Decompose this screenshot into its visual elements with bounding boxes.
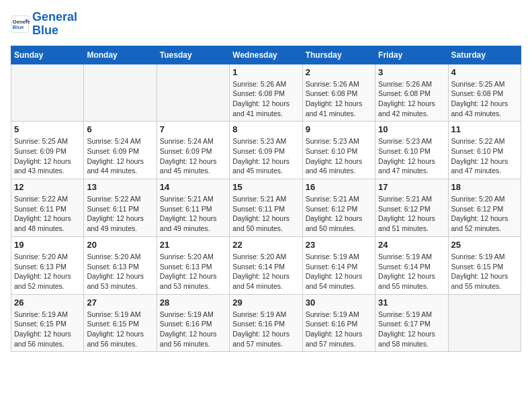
calendar-cell: 6Sunrise: 5:24 AM Sunset: 6:09 PM Daylig… bbox=[84, 122, 157, 179]
day-number: 1 bbox=[232, 67, 299, 77]
logo: General Blue GeneralBlue bbox=[11, 11, 77, 38]
day-number: 20 bbox=[87, 240, 153, 250]
svg-text:Blue: Blue bbox=[13, 24, 24, 30]
day-info: Sunrise: 5:23 AM Sunset: 6:10 PM Dayligh… bbox=[378, 136, 445, 176]
day-number: 31 bbox=[378, 298, 445, 308]
calendar-cell: 5Sunrise: 5:25 AM Sunset: 6:09 PM Daylig… bbox=[11, 122, 84, 179]
svg-text:General: General bbox=[13, 18, 30, 24]
calendar-cell: 4Sunrise: 5:25 AM Sunset: 6:08 PM Daylig… bbox=[448, 64, 521, 122]
calendar-cell: 1Sunrise: 5:26 AM Sunset: 6:08 PM Daylig… bbox=[230, 64, 302, 122]
weekday-header: Thursday bbox=[302, 46, 375, 64]
day-info: Sunrise: 5:19 AM Sunset: 6:15 PM Dayligh… bbox=[87, 310, 153, 349]
logo-icon: General Blue bbox=[11, 15, 30, 34]
day-info: Sunrise: 5:24 AM Sunset: 6:09 PM Dayligh… bbox=[87, 136, 153, 176]
day-number: 22 bbox=[232, 240, 299, 250]
weekday-header: Sunday bbox=[11, 46, 84, 64]
calendar-cell: 20Sunrise: 5:20 AM Sunset: 6:13 PM Dayli… bbox=[84, 236, 157, 294]
weekday-header: Tuesday bbox=[157, 46, 229, 64]
calendar-cell: 22Sunrise: 5:20 AM Sunset: 6:14 PM Dayli… bbox=[230, 236, 302, 294]
day-info: Sunrise: 5:19 AM Sunset: 6:15 PM Dayligh… bbox=[451, 252, 518, 291]
day-number: 4 bbox=[451, 67, 518, 77]
calendar-cell: 31Sunrise: 5:19 AM Sunset: 6:17 PM Dayli… bbox=[375, 294, 448, 352]
day-info: Sunrise: 5:21 AM Sunset: 6:12 PM Dayligh… bbox=[378, 194, 445, 234]
calendar-cell: 27Sunrise: 5:19 AM Sunset: 6:15 PM Dayli… bbox=[84, 294, 157, 352]
calendar-cell bbox=[84, 64, 157, 122]
day-info: Sunrise: 5:19 AM Sunset: 6:14 PM Dayligh… bbox=[306, 252, 372, 291]
calendar-table: SundayMondayTuesdayWednesdayThursdayFrid… bbox=[11, 46, 521, 353]
day-info: Sunrise: 5:19 AM Sunset: 6:14 PM Dayligh… bbox=[378, 252, 445, 291]
calendar-cell: 10Sunrise: 5:23 AM Sunset: 6:10 PM Dayli… bbox=[375, 122, 448, 179]
day-info: Sunrise: 5:21 AM Sunset: 6:11 PM Dayligh… bbox=[232, 194, 299, 234]
calendar-cell: 13Sunrise: 5:22 AM Sunset: 6:11 PM Dayli… bbox=[84, 179, 157, 237]
day-number: 14 bbox=[160, 182, 226, 192]
calendar-cell: 8Sunrise: 5:23 AM Sunset: 6:09 PM Daylig… bbox=[230, 122, 302, 179]
day-info: Sunrise: 5:21 AM Sunset: 6:12 PM Dayligh… bbox=[306, 194, 372, 234]
calendar-week-row: 5Sunrise: 5:25 AM Sunset: 6:09 PM Daylig… bbox=[11, 122, 521, 179]
calendar-cell: 11Sunrise: 5:22 AM Sunset: 6:10 PM Dayli… bbox=[448, 122, 521, 179]
day-info: Sunrise: 5:19 AM Sunset: 6:17 PM Dayligh… bbox=[378, 310, 445, 349]
calendar-cell bbox=[448, 294, 521, 352]
calendar-cell: 21Sunrise: 5:20 AM Sunset: 6:13 PM Dayli… bbox=[157, 236, 229, 294]
calendar-cell: 26Sunrise: 5:19 AM Sunset: 6:15 PM Dayli… bbox=[11, 294, 84, 352]
calendar-cell: 25Sunrise: 5:19 AM Sunset: 6:15 PM Dayli… bbox=[448, 236, 521, 294]
calendar-cell: 3Sunrise: 5:26 AM Sunset: 6:08 PM Daylig… bbox=[375, 64, 448, 122]
day-info: Sunrise: 5:26 AM Sunset: 6:08 PM Dayligh… bbox=[306, 79, 372, 119]
calendar-cell bbox=[11, 64, 84, 122]
day-info: Sunrise: 5:20 AM Sunset: 6:13 PM Dayligh… bbox=[14, 252, 81, 291]
logo-text: GeneralBlue bbox=[32, 11, 77, 38]
calendar-week-row: 12Sunrise: 5:22 AM Sunset: 6:11 PM Dayli… bbox=[11, 179, 521, 237]
day-number: 12 bbox=[14, 182, 81, 192]
day-number: 19 bbox=[14, 240, 81, 250]
day-info: Sunrise: 5:20 AM Sunset: 6:13 PM Dayligh… bbox=[87, 252, 153, 291]
weekday-header: Saturday bbox=[448, 46, 521, 64]
calendar-cell: 14Sunrise: 5:21 AM Sunset: 6:11 PM Dayli… bbox=[157, 179, 229, 237]
day-number: 15 bbox=[232, 182, 299, 192]
day-info: Sunrise: 5:22 AM Sunset: 6:11 PM Dayligh… bbox=[14, 194, 81, 234]
day-number: 17 bbox=[378, 182, 445, 192]
day-info: Sunrise: 5:23 AM Sunset: 6:10 PM Dayligh… bbox=[306, 136, 372, 176]
day-info: Sunrise: 5:26 AM Sunset: 6:08 PM Dayligh… bbox=[232, 79, 299, 119]
day-number: 3 bbox=[378, 67, 445, 77]
day-number: 24 bbox=[378, 240, 445, 250]
calendar-cell: 23Sunrise: 5:19 AM Sunset: 6:14 PM Dayli… bbox=[302, 236, 375, 294]
day-number: 23 bbox=[306, 240, 372, 250]
day-number: 16 bbox=[306, 182, 372, 192]
day-number: 10 bbox=[378, 124, 445, 134]
calendar-cell: 29Sunrise: 5:19 AM Sunset: 6:16 PM Dayli… bbox=[230, 294, 302, 352]
calendar-week-row: 19Sunrise: 5:20 AM Sunset: 6:13 PM Dayli… bbox=[11, 236, 521, 294]
day-info: Sunrise: 5:21 AM Sunset: 6:11 PM Dayligh… bbox=[160, 194, 226, 234]
day-number: 5 bbox=[14, 124, 81, 134]
day-info: Sunrise: 5:19 AM Sunset: 6:16 PM Dayligh… bbox=[160, 310, 226, 349]
calendar-cell: 28Sunrise: 5:19 AM Sunset: 6:16 PM Dayli… bbox=[157, 294, 229, 352]
calendar-cell: 12Sunrise: 5:22 AM Sunset: 6:11 PM Dayli… bbox=[11, 179, 84, 237]
calendar-cell: 19Sunrise: 5:20 AM Sunset: 6:13 PM Dayli… bbox=[11, 236, 84, 294]
calendar-cell: 18Sunrise: 5:20 AM Sunset: 6:12 PM Dayli… bbox=[448, 179, 521, 237]
weekday-header: Wednesday bbox=[230, 46, 302, 64]
calendar-cell: 16Sunrise: 5:21 AM Sunset: 6:12 PM Dayli… bbox=[302, 179, 375, 237]
day-number: 13 bbox=[87, 182, 153, 192]
day-number: 21 bbox=[160, 240, 226, 250]
calendar-cell: 17Sunrise: 5:21 AM Sunset: 6:12 PM Dayli… bbox=[375, 179, 448, 237]
page-header: General Blue GeneralBlue bbox=[11, 11, 521, 38]
calendar-cell: 7Sunrise: 5:24 AM Sunset: 6:09 PM Daylig… bbox=[157, 122, 229, 179]
calendar-cell: 9Sunrise: 5:23 AM Sunset: 6:10 PM Daylig… bbox=[302, 122, 375, 179]
weekday-header-row: SundayMondayTuesdayWednesdayThursdayFrid… bbox=[11, 46, 521, 64]
day-number: 25 bbox=[451, 240, 518, 250]
day-info: Sunrise: 5:25 AM Sunset: 6:08 PM Dayligh… bbox=[451, 79, 518, 119]
day-number: 9 bbox=[306, 124, 372, 134]
weekday-header: Friday bbox=[375, 46, 448, 64]
calendar-cell bbox=[157, 64, 229, 122]
day-info: Sunrise: 5:19 AM Sunset: 6:15 PM Dayligh… bbox=[14, 310, 81, 349]
day-info: Sunrise: 5:22 AM Sunset: 6:11 PM Dayligh… bbox=[87, 194, 153, 234]
day-number: 29 bbox=[232, 298, 299, 308]
day-number: 18 bbox=[451, 182, 518, 192]
calendar-cell: 30Sunrise: 5:19 AM Sunset: 6:16 PM Dayli… bbox=[302, 294, 375, 352]
day-number: 6 bbox=[87, 124, 153, 134]
day-number: 27 bbox=[87, 298, 153, 308]
day-info: Sunrise: 5:19 AM Sunset: 6:16 PM Dayligh… bbox=[232, 310, 299, 349]
day-number: 2 bbox=[306, 67, 372, 77]
day-info: Sunrise: 5:24 AM Sunset: 6:09 PM Dayligh… bbox=[160, 136, 226, 176]
day-number: 11 bbox=[451, 124, 518, 134]
day-number: 8 bbox=[232, 124, 299, 134]
day-number: 30 bbox=[306, 298, 372, 308]
